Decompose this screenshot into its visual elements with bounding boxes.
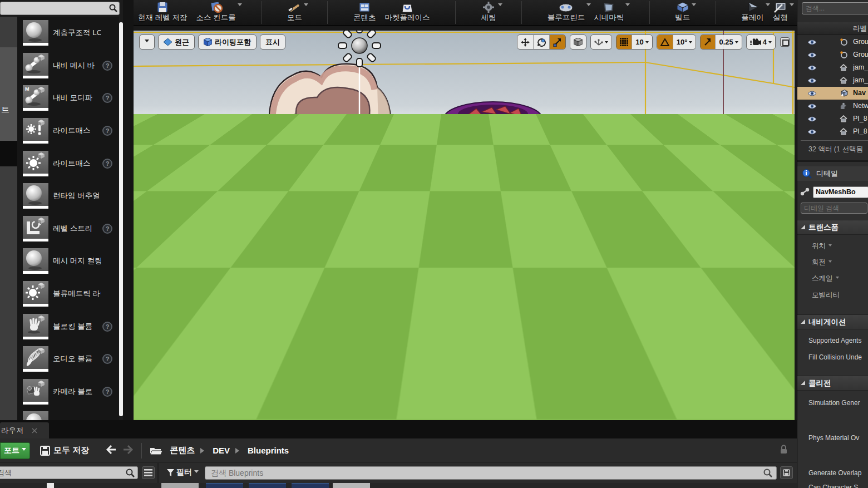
placement-item-runtime-virtual-texture[interactable]: 런타임 버추얼 xyxy=(17,180,119,213)
link-icon[interactable] xyxy=(800,188,811,196)
visibility-eye-icon[interactable] xyxy=(807,90,817,97)
help-icon[interactable]: ? xyxy=(102,93,112,103)
visibility-eye-icon[interactable] xyxy=(807,39,817,46)
filter-button[interactable]: 필터 xyxy=(167,467,199,477)
placement-item-mesh-merge-culling[interactable]: 메시 머지 컬링 xyxy=(17,245,119,278)
build-button[interactable]: 빌드 xyxy=(670,0,694,25)
placement-search-input[interactable] xyxy=(0,2,120,15)
actor-name-field[interactable]: NavMeshBo xyxy=(813,186,868,198)
grid-snap-toggle[interactable] xyxy=(617,35,632,49)
asset-tile[interactable] xyxy=(47,483,54,488)
placement-item-hierarchical-lod[interactable]: 계층구조적 LO xyxy=(17,17,119,50)
view-options-button[interactable] xyxy=(142,466,155,479)
visibility-eye-icon[interactable] xyxy=(807,116,817,122)
world-local-toggle[interactable] xyxy=(570,34,586,50)
scale-row[interactable]: 스케일 xyxy=(812,274,839,283)
gizmo-x-handle[interactable] xyxy=(443,258,453,267)
help-icon[interactable]: ? xyxy=(102,159,112,169)
navigation-section-header[interactable]: 내비게이션 xyxy=(797,314,868,329)
help-icon[interactable]: ? xyxy=(102,322,112,332)
breadcrumb-dev[interactable]: DEV xyxy=(213,446,230,455)
placement-item-level-streaming[interactable]: 레벨 스트리 ? xyxy=(17,213,119,245)
outliner-row-group[interactable]: Grou xyxy=(797,36,868,48)
show-button[interactable]: 표시 xyxy=(260,34,285,50)
content-browser-tab[interactable]: 라우저 xyxy=(0,422,49,438)
lock-icon[interactable] xyxy=(780,445,788,454)
cinematics-button[interactable]: 시네마틱 xyxy=(589,0,628,25)
rotation-snap-value[interactable]: 10° xyxy=(673,35,696,49)
breadcrumb-leaf[interactable]: Blueprints xyxy=(248,446,289,455)
source-control-button[interactable]: 소스 컨트롤 xyxy=(192,0,240,25)
mobility-row[interactable]: 모빌리티 xyxy=(812,290,840,300)
wood-floor-mesh[interactable] xyxy=(280,179,634,420)
placement-item-blocking-volume[interactable]: 블로킹 볼륨 ? xyxy=(17,310,119,343)
nav-agent-character[interactable] xyxy=(637,308,782,420)
play-button[interactable]: 플레이 xyxy=(737,0,768,25)
placement-item-lightmass-importance[interactable]: 라이트매스 ? xyxy=(17,115,119,147)
placement-item-camera-blocking[interactable]: 카메라 블로 ? xyxy=(17,376,119,408)
details-tab[interactable]: 디테일 xyxy=(797,166,868,181)
placement-item-audio-volume[interactable]: 오디오 볼륨 ? xyxy=(17,343,119,376)
viewport-maximize-button[interactable] xyxy=(780,37,790,47)
transform-section-header[interactable]: 트랜스폼 xyxy=(797,220,868,235)
supported-agents-row[interactable]: Supported Agents xyxy=(808,337,861,344)
viewport-options-button[interactable] xyxy=(139,34,155,50)
visibility-eye-icon[interactable] xyxy=(807,65,817,71)
gizmo-uniform-handle[interactable] xyxy=(468,278,479,287)
help-icon[interactable]: ? xyxy=(102,61,112,71)
content-button[interactable]: 콘텐츠 xyxy=(349,0,381,25)
gizmo-y-handle[interactable] xyxy=(505,269,515,278)
gizmo-z-handle[interactable] xyxy=(468,245,479,254)
asset-tile[interactable] xyxy=(206,483,243,488)
collision-section-header[interactable]: 콜리전 xyxy=(797,376,868,391)
launch-button[interactable]: 실행 xyxy=(768,0,792,25)
visibility-eye-icon[interactable] xyxy=(807,52,817,58)
marketplace-button[interactable]: 마켓플레이스 xyxy=(380,0,434,25)
asset-tile[interactable] xyxy=(161,483,199,488)
asset-tile[interactable] xyxy=(249,483,286,488)
outliner-row-actor[interactable]: PI_8 xyxy=(797,125,868,138)
asset-tile[interactable] xyxy=(333,483,370,488)
generate-overlap-row[interactable]: Generate Overlap xyxy=(808,469,861,477)
help-icon[interactable]: ? xyxy=(102,224,112,234)
rotation-row[interactable]: 회전 xyxy=(812,258,832,267)
simulation-generates-row[interactable]: Simulation Gener xyxy=(808,399,860,407)
help-icon[interactable]: ? xyxy=(102,354,112,364)
outliner-row-actor[interactable]: Netw xyxy=(797,100,868,112)
fill-collision-row[interactable]: Fill Collision Unde xyxy=(808,353,862,361)
phys-material-row[interactable]: Phys Material Ov xyxy=(808,434,859,442)
level-viewport[interactable]: Z ? 원근 라이팅포함 표시 xyxy=(134,31,795,420)
details-search-input[interactable] xyxy=(801,203,867,214)
rotation-snap-toggle[interactable] xyxy=(657,35,673,49)
asset-tile[interactable] xyxy=(292,483,329,488)
bread-house-mesh[interactable] xyxy=(263,64,396,201)
placement-item-lightmass-portal[interactable]: 라이트매스 ? xyxy=(17,147,119,180)
grid-snap-value[interactable]: 10 xyxy=(632,35,652,49)
visibility-eye-icon[interactable] xyxy=(807,103,817,110)
forward-arrow-icon[interactable] xyxy=(122,444,134,457)
help-icon[interactable]: ? xyxy=(102,126,112,136)
asset-search-input[interactable] xyxy=(205,466,777,480)
scale-snap-value[interactable]: 0.25 xyxy=(715,35,741,49)
outliner-row-actor[interactable]: jam_ xyxy=(797,61,868,74)
save-asset-button[interactable] xyxy=(780,466,793,479)
modes-button[interactable]: 모드 xyxy=(283,0,307,25)
outliner-row-actor[interactable]: PI_8 xyxy=(797,112,868,125)
outliner-row-actor[interactable]: jam_ xyxy=(797,74,868,87)
placement-item-partial[interactable] xyxy=(17,408,119,420)
scale-snap-toggle[interactable] xyxy=(701,35,715,49)
visibility-eye-icon[interactable] xyxy=(807,77,817,84)
view-mode-button[interactable]: 라이팅포함 xyxy=(198,34,257,50)
can-character-step-row[interactable]: Can Character S xyxy=(808,484,858,488)
save-all-button[interactable]: 모두 저장 xyxy=(40,445,89,456)
placement-item-volumetric-lightmap[interactable]: 볼류메트릭 라이 xyxy=(17,278,119,310)
outliner-column-header[interactable]: 라벨 xyxy=(797,22,868,34)
visibility-eye-icon[interactable] xyxy=(807,129,817,135)
outliner-row-group[interactable]: Grou xyxy=(797,48,868,61)
rotate-tool-button[interactable] xyxy=(533,35,549,49)
sources-search-input[interactable] xyxy=(0,466,138,479)
perspective-button[interactable]: 원근 xyxy=(158,34,195,50)
camera-speed-button[interactable]: 4 xyxy=(747,35,775,49)
placement-item-nav-modifier[interactable]: M 내비 모디파 ? xyxy=(17,82,119,115)
sphere-billboard[interactable] xyxy=(464,164,482,181)
